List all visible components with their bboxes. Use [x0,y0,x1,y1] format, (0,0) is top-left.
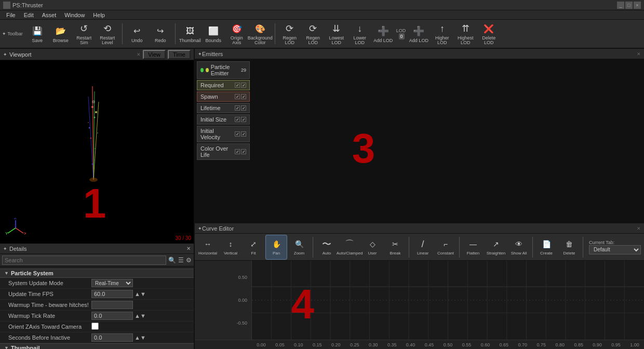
section-thumbnail[interactable]: ▼ Thumbnail [0,343,194,349]
module-lifetime[interactable]: Lifetime ✓ ✓ [197,103,250,113]
curve-show-all-button[interactable]: 👁 Show All [508,235,530,260]
restart-sim-button[interactable]: ↺ Restart Sim [73,21,96,47]
origin-axis-label: Origin Axis [226,36,247,45]
prop-update-fps: Update Time FPS ▲▼ [0,289,194,300]
warmup-tick-input[interactable] [91,312,133,320]
prop-label-wtick: Warmup Tick Rate [8,313,91,319]
size-check-2[interactable]: ✓ [241,117,246,122]
lifetime-check-1[interactable]: ✓ [235,105,240,111]
curve-horizontal-button[interactable]: ↔ Horizontal [197,235,219,260]
browse-button[interactable]: 📂 Browse [49,21,72,47]
menu-edit[interactable]: Edit [20,10,38,19]
regen-lod-button[interactable]: ⟳ Regen LOD [278,21,301,47]
curve-close[interactable]: ✕ [637,226,641,231]
warmup-time-input[interactable] [91,301,133,309]
lifetime-check-2[interactable]: ✓ [241,105,246,111]
save-label: Save [32,38,43,43]
close-button[interactable]: × [634,2,641,9]
regen-lod-label: Regen LOD [279,36,300,45]
undo-button[interactable]: ↩ Undo [126,21,149,47]
col-check-1[interactable]: ✓ [235,149,240,154]
settings-icon[interactable]: ⚙ [186,257,192,264]
module-initial-velocity[interactable]: Initial Velocity ✓ ✓ [197,126,250,142]
details-close-button[interactable]: ✕ [186,246,191,251]
vel-check-1[interactable]: ✓ [235,131,240,137]
curve-auto-button[interactable]: 〜 Auto [316,235,338,260]
update-fps-arrow: ▲▼ [135,291,146,297]
size-check-1[interactable]: ✓ [235,117,240,122]
menu-window[interactable]: Window [60,10,89,19]
lowest-lod-button[interactable]: ⇊ Lowest LOD [325,21,348,47]
orient-z-checkbox[interactable] [91,323,99,330]
module-initial-size[interactable]: Initial Size ✓ ✓ [197,114,250,125]
curve-editor-header: ✦ Curve Editor ✕ [195,223,644,234]
spawn-check-2[interactable]: ✓ [241,94,246,99]
curve-linear-button[interactable]: / Linear [412,235,434,260]
module-spawn[interactable]: Spawn ✓ ✓ [197,91,250,102]
prop-orient-z: Orient ZAxis Toward Camera [0,321,194,332]
origin-axis-button[interactable]: 🎯 Origin Axis [225,21,248,47]
viewport-close[interactable]: ✕ [137,52,141,57]
curve-constant-button[interactable]: ⌐ Constant [435,235,457,260]
create-icon: 📄 [541,238,552,250]
curve-user-button[interactable]: ◇ User [361,235,383,260]
regen-lod2-button[interactable]: ⟳ Regen LOD [302,21,325,47]
higher-lod-button[interactable]: ↑ Higher LOD [431,21,453,47]
auto-icon: 〜 [321,238,332,250]
time-button[interactable]: Time [168,50,191,59]
update-fps-input[interactable] [91,290,133,298]
browse-icon: 📂 [55,25,67,37]
search-input[interactable] [2,256,166,265]
add-lod2-button[interactable]: ➕ Add LOD [407,21,430,47]
thumbnail-button[interactable]: 🖼 Thumbnail [179,21,202,47]
curve-delete-button[interactable]: 🗑 Delete [558,235,580,260]
save-button[interactable]: 💾 Save [26,21,49,47]
curve-pan-button[interactable]: ✋ Pan [265,235,287,260]
delete-lod-button[interactable]: ❌ Delete LOD [477,21,500,47]
curve-create-button[interactable]: 📄 Create [535,235,557,260]
app-icon [3,2,10,9]
seconds-inactive-input[interactable] [91,333,133,342]
req-check-2[interactable]: ✓ [241,83,246,88]
minimize-button[interactable]: _ [617,2,624,9]
curve-straighten-button[interactable]: ↗ Straighten [485,235,507,260]
section-particle-system[interactable]: ▼ Particle System [0,269,194,278]
search-icon[interactable]: 🔍 [168,257,176,264]
view-button[interactable]: View [143,50,166,59]
add-lod-button[interactable]: ➕ Add LOD [372,21,395,47]
module-color-over-life[interactable]: Color Over Life ✓ ✓ [197,143,250,160]
curve-toolbar: ↔ Horizontal ↕ Vertical ⤢ Fit ✋ Pan 🔍 [195,234,644,261]
viewport-content[interactable]: 1 X Y Z 30 / 30 [0,60,194,244]
menu-file[interactable]: File [2,10,20,19]
menu-help[interactable]: Help [89,10,109,19]
spawn-check-1[interactable]: ✓ [235,94,240,99]
module-required[interactable]: Required ✓ ✓ [197,80,250,90]
curve-vertical-button[interactable]: ↕ Vertical [220,235,242,260]
col-check-2[interactable]: ✓ [241,149,246,154]
highest-lod-button[interactable]: ⇈ Highest LOD [454,21,477,47]
module-initial-velocity-checks: ✓ ✓ [235,131,246,137]
bounds-button[interactable]: ⬜ Bounds [202,21,225,47]
maximize-button[interactable]: □ [625,2,633,9]
emitter-col-header: Particle Emitter 29 [197,61,250,79]
system-update-mode-select[interactable]: Real-Time Fixed Time Step [91,279,133,287]
particle-emitter-label: Particle Emitter [211,64,239,76]
current-tab-select[interactable]: Default [589,245,641,254]
filter-icon[interactable]: ☰ [178,257,184,264]
curve-grid[interactable]: 4 [252,261,644,340]
lower-lod-button[interactable]: ↓ Lower LOD [348,21,371,47]
redo-button[interactable]: ↪ Redo [149,21,172,47]
curve-flatten-button[interactable]: — Flatten [462,235,484,260]
curve-autoclamped-button[interactable]: ⌒ Auto/Clamped [339,235,360,260]
emitters-full-header: ✦ Emitters ✕ [195,49,644,59]
curve-zoom-button[interactable]: 🔍 Zoom [288,235,310,260]
vel-check-2[interactable]: ✓ [241,131,246,137]
emitters-close[interactable]: ✕ [637,51,641,57]
restart-level-button[interactable]: ⟲ Restart Level [96,21,119,47]
req-check-1[interactable]: ✓ [235,83,240,88]
curve-break-button[interactable]: ✂ Break [384,235,406,260]
flatten-label: Flatten [467,251,479,256]
curve-fit-button[interactable]: ⤢ Fit [243,235,264,260]
menu-asset[interactable]: Asset [38,10,61,19]
background-color-button[interactable]: 🎨 Background Color [249,21,272,47]
